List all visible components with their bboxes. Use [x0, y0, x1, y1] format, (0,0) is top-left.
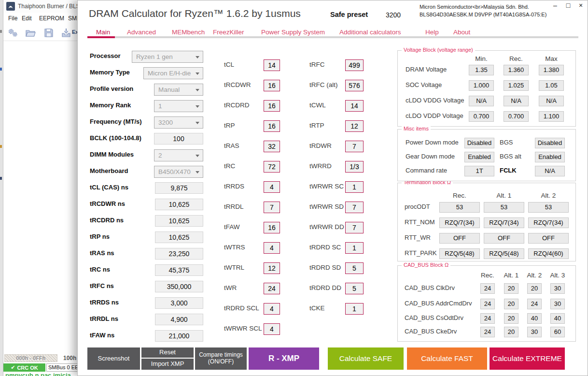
background-window-fragment [0, 177, 2, 180]
close-button[interactable]: × [575, 1, 586, 9]
tras-ns-input[interactable]: 23,250 [155, 248, 203, 260]
gears-icon[interactable] [7, 27, 19, 39]
procodt-label: procODT [405, 203, 430, 210]
cad-bus-ckedrv-alt-1: 20 [504, 327, 518, 337]
voltage-header-max: Max [532, 55, 571, 62]
twrwr-scl-value[interactable]: 4 [264, 323, 280, 335]
twrwr-sc-value[interactable]: 1 [345, 181, 364, 193]
cad-bus-header-alt-3: Alt. 3 [538, 272, 577, 279]
reset-button[interactable]: Reset [141, 347, 194, 358]
calculate-safe-button[interactable]: Calculate SAFE [328, 347, 404, 370]
trcdwr-ns-input[interactable]: 10,625 [155, 199, 203, 210]
tab-about[interactable]: About [453, 29, 470, 36]
cldo-vddg-voltage-min: N/A [469, 96, 494, 106]
calculate-fast-button[interactable]: Calculate FAST [407, 347, 487, 370]
bclk-100-104-8-input[interactable]: 100 [154, 133, 203, 145]
trcdwr-value[interactable]: 16 [264, 80, 280, 91]
tab-membench[interactable]: MEMbench [172, 29, 205, 36]
cad-bus-ckedrv-alt-2: 30 [527, 327, 542, 337]
tab-help[interactable]: Help [425, 29, 439, 36]
tcwl-value[interactable]: 14 [345, 100, 364, 112]
processor-dropdown[interactable]: Ryzen 1 gen [132, 51, 203, 63]
compare-timings-on-off-button[interactable]: Compare timings (ON/OFF) [195, 347, 247, 370]
trrds-value[interactable]: 4 [264, 181, 280, 193]
twrrd-value[interactable]: 1/3 [345, 161, 364, 173]
trp-value[interactable]: 16 [264, 120, 280, 132]
trcdrd-label: tRCDRD [224, 101, 250, 109]
tab-power-supply-system[interactable]: Power Supply System [261, 29, 325, 36]
cad-bus-csodtdrv-label: CAD_BUS CsOdtDrv [405, 314, 463, 321]
frequency-mt-s-label: Frequency (MT/s) [90, 118, 142, 125]
tab-freezkiller[interactable]: FreezKiller [213, 29, 244, 36]
cad-bus-clkdrv-label: CAD_BUS ClkDrv [405, 284, 455, 291]
tcke-value[interactable]: 1 [345, 303, 364, 315]
menu-eeprom[interactable]: EEPROM [39, 15, 64, 22]
open-folder-icon[interactable] [25, 27, 36, 39]
tab-advanced[interactable]: Advanced [127, 29, 156, 36]
profile-version-dropdown[interactable]: Manual [154, 84, 203, 96]
menu-file[interactable]: File [8, 15, 17, 22]
cldo-vddp-voltage-min: 0.700 [469, 111, 494, 122]
background-window-fragment [0, 68, 2, 71]
trcdrd-value[interactable]: 16 [264, 100, 280, 112]
cad-bus-ckedrv-alt-3: 60 [550, 327, 565, 337]
r-xmp-button[interactable]: R - XMP [249, 347, 319, 370]
trrdl-value[interactable]: 7 [264, 202, 280, 213]
twtrs-label: tWTRS [224, 244, 245, 251]
screenshot-button[interactable]: Screenshot [87, 347, 140, 370]
trdrd-sc-value[interactable]: 1 [345, 242, 364, 254]
cldo-vddp-voltage-max: 1.100 [539, 111, 564, 122]
trfc-ns-input[interactable]: 350,000 [155, 281, 203, 292]
cad-bus-clkdrv-rec: 24 [480, 283, 495, 294]
twr-label: tWR [224, 284, 237, 291]
trcdrd-ns-input[interactable]: 10,625 [155, 215, 203, 227]
rtt-park-rec: RZQ/5(48) [439, 248, 480, 259]
profile-version-value: Manual [158, 86, 180, 93]
twtrl-value[interactable]: 12 [264, 262, 280, 274]
dimm-modules-dropdown[interactable]: 2 [154, 149, 203, 161]
cad-bus-clkdrv-alt-3: 30 [550, 283, 565, 294]
memory-type-dropdown[interactable]: Micron E/H-die [143, 67, 203, 79]
trc-ns-input[interactable]: 45,375 [155, 264, 203, 276]
chevron-down-icon [196, 72, 199, 75]
trc-value[interactable]: 72 [264, 161, 280, 173]
eeprom-range-bar[interactable]: 000h - 0FFh [4, 354, 57, 362]
trp-ns-input[interactable]: 10,625 [155, 231, 203, 243]
frequency-mt-s-dropdown[interactable]: 3200 [154, 116, 203, 129]
trdrd-scl-value[interactable]: 4 [264, 303, 280, 315]
tcl-value[interactable]: 14 [264, 59, 280, 71]
tcl-cas-ns-input[interactable]: 9,875 [155, 182, 203, 194]
tfaw-ns-input[interactable]: 21,000 [155, 330, 203, 342]
tras-value[interactable]: 32 [264, 141, 280, 152]
dram-voltage-min: 1.35 [469, 65, 494, 75]
trtp-value[interactable]: 12 [345, 120, 364, 132]
twrwr-sd-value[interactable]: 7 [345, 202, 364, 213]
export-icon[interactable] [60, 27, 72, 39]
trrdl-ns-input[interactable]: 4,900 [155, 314, 203, 325]
menu-edit[interactable]: Edit [22, 15, 32, 22]
dram-voltage-max: 1.380 [539, 65, 564, 75]
calculate-extreme-button[interactable]: Calculate EXTREME [490, 347, 565, 370]
save-icon[interactable] [43, 27, 55, 39]
trdwr-value[interactable]: 7 [345, 141, 364, 152]
tfaw-value[interactable]: 16 [264, 222, 280, 233]
maximize-button[interactable]: □ [563, 1, 574, 9]
twr-value[interactable]: 24 [264, 283, 280, 294]
frequency-mt-s-value: 3200 [158, 119, 173, 126]
trdrd-sd-value[interactable]: 5 [345, 262, 364, 274]
twtrs-value[interactable]: 4 [264, 242, 280, 254]
memory-rank-dropdown[interactable]: 1 [154, 100, 203, 112]
trrds-ns-input[interactable]: 3,000 [155, 297, 203, 309]
tab-additional-calculators[interactable]: Additional calculators [339, 29, 401, 36]
minimize-button[interactable]: – [550, 1, 560, 9]
soc-voltage-label: SOC Voltage [406, 81, 442, 88]
motherboard-dropdown[interactable]: B450/X470 [154, 166, 203, 178]
trfc-value[interactable]: 499 [345, 59, 364, 71]
memory-type-label: Memory Type [90, 69, 130, 76]
trdwr-label: tRDWR [309, 142, 332, 149]
trdrd-dd-value[interactable]: 5 [345, 283, 364, 294]
trfc-alt-value[interactable]: 576 [345, 80, 364, 91]
twrwr-dd-value[interactable]: 7 [345, 222, 364, 233]
tab-main[interactable]: Main [96, 29, 110, 36]
import-xmp-button[interactable]: Import XMP [141, 359, 194, 370]
